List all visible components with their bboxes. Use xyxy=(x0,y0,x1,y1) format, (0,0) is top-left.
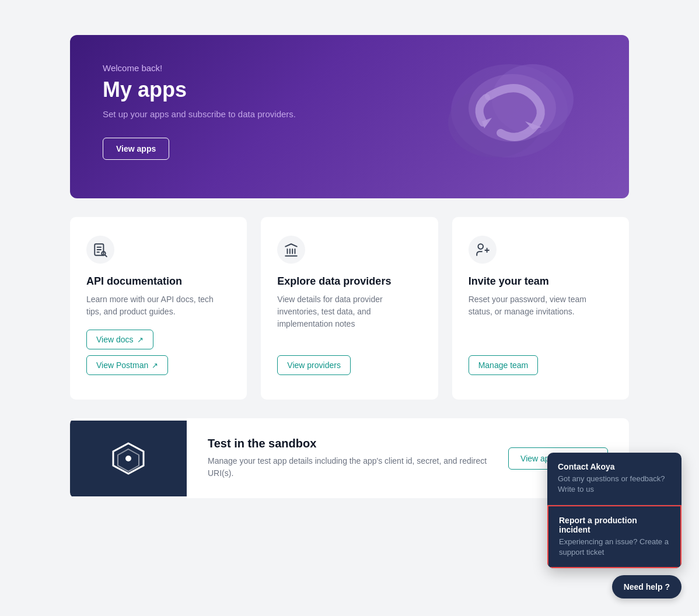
view-docs-button[interactable]: View docs xyxy=(86,330,153,349)
contact-akoya-desc: Got any questions or feedback? Write to … xyxy=(558,474,671,495)
sandbox-desc: Manage your test app details including t… xyxy=(208,455,487,480)
data-providers-desc: View details for data provider inventori… xyxy=(277,293,421,344)
manage-team-button[interactable]: Manage team xyxy=(469,355,539,375)
sandbox-content: Test in the sandbox Manage your test app… xyxy=(187,418,508,498)
hero-title: My apps xyxy=(103,78,374,102)
hero-subtitle: Set up your apps and subscribe to data p… xyxy=(103,109,374,119)
invite-team-desc: Reset your password, view team status, o… xyxy=(469,293,613,344)
api-docs-title: API documentation xyxy=(86,275,230,288)
need-help-button[interactable]: Need help ? xyxy=(612,575,681,598)
invite-team-icon xyxy=(469,236,497,264)
help-popup: Contact Akoya Got any questions or feedb… xyxy=(547,453,681,568)
data-providers-card: Explore data providers View details for … xyxy=(261,217,438,400)
contact-akoya-title: Contact Akoya xyxy=(558,462,671,471)
svg-point-21 xyxy=(125,456,131,461)
api-docs-desc: Learn more with our API docs, tech tips,… xyxy=(86,293,230,318)
report-incident-desc: Experiencing an issue? Create a support … xyxy=(559,537,670,558)
help-widget: Contact Akoya Got any questions or feedb… xyxy=(547,453,681,598)
view-providers-button[interactable]: View providers xyxy=(277,355,351,375)
hero-banner: Welcome back! My apps Set up your apps a… xyxy=(70,35,629,198)
view-postman-button[interactable]: View Postman xyxy=(86,355,168,375)
data-providers-title: Explore data providers xyxy=(277,275,421,288)
hero-welcome: Welcome back! xyxy=(103,63,374,73)
api-docs-card: API documentation Learn more with our AP… xyxy=(70,217,247,400)
sandbox-icon-block xyxy=(70,421,187,496)
data-providers-icon xyxy=(277,236,305,264)
invite-team-title: Invite your team xyxy=(469,275,613,288)
contact-akoya-item[interactable]: Contact Akoya Got any questions or feedb… xyxy=(547,453,681,505)
report-incident-title: Report a production incident xyxy=(559,516,670,534)
report-incident-item[interactable]: Report a production incident Experiencin… xyxy=(547,505,681,568)
invite-team-card: Invite your team Reset your password, vi… xyxy=(452,217,629,400)
sandbox-icon xyxy=(110,440,147,477)
cards-grid: API documentation Learn more with our AP… xyxy=(70,217,629,400)
need-help-label: Need help ? xyxy=(624,582,670,592)
view-apps-button[interactable]: View apps xyxy=(103,138,169,160)
api-docs-icon xyxy=(86,236,114,264)
cloud-illustration xyxy=(419,47,582,177)
sandbox-section: Test in the sandbox Manage your test app… xyxy=(70,418,629,498)
sandbox-title: Test in the sandbox xyxy=(208,437,487,450)
svg-point-16 xyxy=(478,244,483,249)
